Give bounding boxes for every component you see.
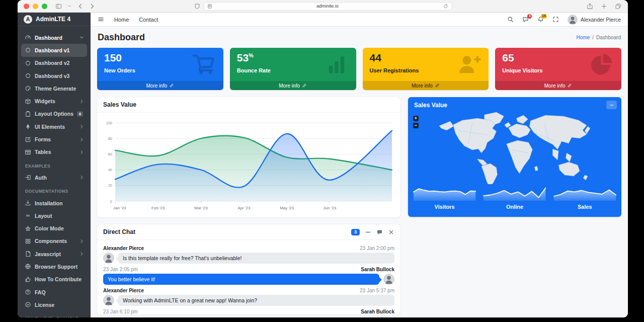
user-name: Alexander Pierce — [581, 17, 621, 23]
sparkline-label: Sales — [553, 204, 616, 210]
sidebar-item-tables[interactable]: Tables — [21, 146, 87, 158]
sidebar-item-label: Tables — [35, 149, 51, 155]
sidebar-item-browser-support[interactable]: Browser Support — [21, 260, 87, 273]
pie-icon — [589, 52, 615, 76]
grid-icon — [25, 238, 31, 245]
map-zoom-out-button[interactable]: − — [413, 123, 419, 128]
window-controls — [24, 4, 47, 9]
breadcrumb-current: Dashboard — [596, 35, 621, 40]
more-info-link[interactable]: More info — [495, 81, 621, 90]
menu-toggle-icon[interactable] — [98, 16, 104, 23]
close-window-button[interactable] — [24, 4, 29, 9]
close-icon[interactable] — [388, 229, 394, 235]
chat-card-title: Direct Chat — [103, 228, 135, 235]
sidebar-item-widgets[interactable]: Widgets — [21, 95, 87, 107]
share-icon[interactable] — [587, 3, 593, 10]
brand[interactable]: A AdminLTE 4 — [18, 13, 91, 26]
breadcrumb: Home / Dashboard — [577, 35, 621, 40]
browser-window: adminite.io A AdminLTE 4 DashboardDashbo… — [18, 0, 628, 317]
sidebar-item-label: Widgets — [35, 98, 55, 104]
sidebar-item-components[interactable]: Components — [21, 235, 87, 248]
sidebar-item-label: Dashboard v1 — [35, 47, 69, 53]
message-header: 23 Jan 6:10 pmSarah Bullock — [103, 309, 394, 314]
sidebar-item-layout[interactable]: Layout — [21, 209, 87, 222]
chevron-down-icon[interactable] — [67, 4, 71, 8]
sidebar-item-javascript[interactable]: Javascript — [21, 248, 87, 260]
sidebar-item-label: Auth — [35, 175, 47, 181]
reload-icon[interactable] — [443, 4, 448, 9]
tab-overview-icon[interactable] — [615, 3, 621, 10]
sidebar-item-label: UI Elements — [35, 124, 65, 130]
minimize-window-button[interactable] — [33, 4, 38, 9]
sidebar-item-dashboard[interactable]: Dashboard — [21, 31, 87, 44]
address-bar[interactable]: adminite.io — [203, 2, 452, 11]
sidebar-item-faq[interactable]: FAQ — [21, 286, 87, 298]
back-icon[interactable] — [77, 3, 84, 10]
svg-text:Feb '23: Feb '23 — [151, 206, 165, 210]
messages-count-badge: 3 — [527, 14, 532, 19]
star-half-icon — [25, 225, 31, 232]
user-menu[interactable]: Alexander Pierce — [568, 15, 621, 25]
collapse-icon[interactable] — [365, 229, 371, 235]
browser-sidebar-icon[interactable] — [55, 3, 62, 10]
more-info-link[interactable]: More info — [97, 81, 223, 90]
breadcrumb-home[interactable]: Home — [577, 35, 590, 40]
map-collapse-button[interactable] — [606, 101, 617, 109]
message-time: 23 Jan 5:37 pm — [360, 288, 394, 293]
table-icon — [25, 149, 31, 155]
fullscreen-icon[interactable] — [552, 16, 559, 23]
zoom-window-button[interactable] — [42, 4, 47, 9]
minus-icon — [609, 103, 614, 108]
search-icon[interactable] — [507, 16, 514, 23]
sidebar-item-theme-generate[interactable]: Theme Generate — [21, 82, 87, 95]
reader-icon[interactable] — [207, 4, 212, 9]
message-bubble: Working with AdminLTE on a great new app… — [118, 295, 394, 306]
sidebar-item-dashboard-v3[interactable]: Dashboard v3 — [21, 69, 87, 82]
sidebar-item-color-mode[interactable]: Color Mode — [21, 222, 87, 234]
speedometer-icon — [25, 34, 31, 41]
chat-contacts-badge[interactable]: 3 — [351, 229, 360, 235]
svg-text:40: 40 — [108, 168, 112, 172]
sidebar-item-forms[interactable]: Forms — [21, 133, 87, 145]
sidebar-item-installation[interactable]: Installation — [21, 197, 87, 209]
brand-title: AdminLTE 4 — [36, 16, 70, 23]
chevron-right-icon — [79, 239, 84, 244]
new-tab-icon[interactable] — [601, 3, 607, 10]
sidebar-item-license[interactable]: License — [21, 298, 87, 311]
nav-link-contact[interactable]: Contact — [139, 17, 158, 23]
sidebar-section-documentations: DOCUMENTATIONS — [21, 184, 87, 197]
more-info-link[interactable]: More info — [230, 81, 356, 90]
nav-link-home[interactable]: Home — [114, 17, 129, 23]
map-zoom-in-button[interactable]: + — [413, 116, 419, 121]
contacts-toggle-icon[interactable] — [376, 229, 383, 235]
sidebar-item-ui-elements[interactable]: UI Elements — [21, 120, 87, 133]
info-box-row: 150New OrdersMore info53%Bounce RateMore… — [97, 48, 621, 90]
sidebar-item-layout-options[interactable]: Layout Options6 — [21, 108, 87, 120]
message-time: 23 Jan 6:10 pm — [103, 309, 138, 314]
sidebar-item-label: License — [35, 302, 54, 308]
message-sender: Sarah Bullock — [361, 267, 394, 272]
forward-icon[interactable] — [89, 3, 96, 10]
more-info-link[interactable]: More info — [363, 81, 489, 90]
privacy-shield-icon[interactable] — [194, 3, 200, 10]
sidebar-item-dashboard-v1[interactable]: Dashboard v1 — [21, 44, 87, 56]
sparkline-svg — [483, 184, 546, 201]
notifications-button[interactable]: 15 — [537, 16, 544, 23]
message-sender: Alexander Pierce — [103, 288, 144, 293]
chevron-right-icon — [79, 124, 84, 129]
messages-button[interactable]: 3 — [522, 16, 529, 23]
sparkline-label: Online — [483, 204, 546, 210]
sidebar-item-auth[interactable]: Auth — [21, 171, 87, 184]
circle-icon — [25, 47, 31, 53]
sidebar-item-how-to-contribute[interactable]: How To Contribute — [21, 273, 87, 286]
sidebar-item-dashboard-v2[interactable]: Dashboard v2 — [21, 57, 87, 69]
chat-avatar — [103, 295, 114, 306]
world-map[interactable]: + − — [408, 110, 621, 184]
sparkline-svg — [553, 184, 616, 201]
svg-text:May '23: May '23 — [280, 206, 294, 210]
sidebar-item-label: FAQ — [35, 289, 46, 295]
chevron-down-icon — [79, 35, 84, 40]
person-plus-icon — [456, 52, 482, 76]
sidebar-item-label: Components — [35, 238, 67, 244]
chevron-right-icon — [79, 99, 84, 104]
